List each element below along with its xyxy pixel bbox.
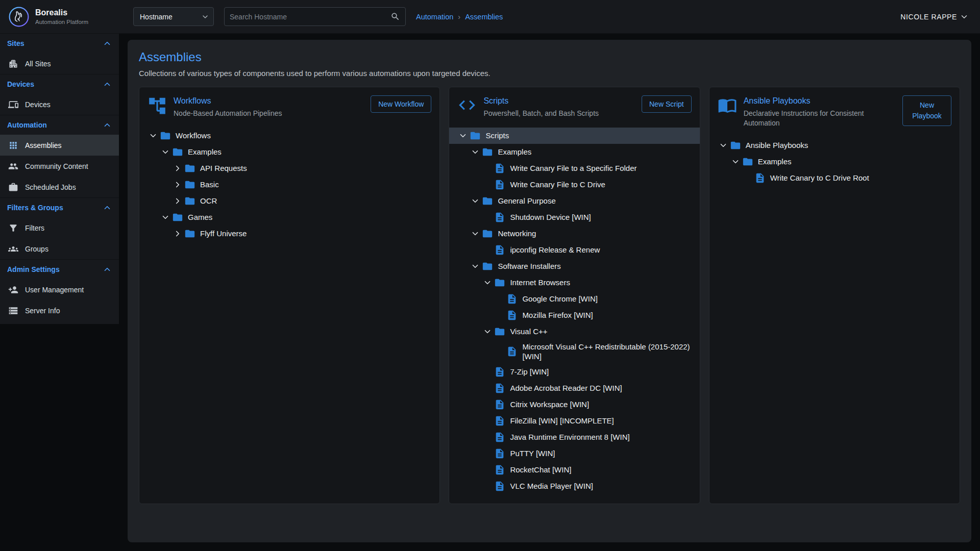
chevron-spacer [481, 164, 494, 173]
sidebar-section-header-automation[interactable]: Automation [0, 115, 119, 135]
sidebar: SitesAll SitesDevicesDevicesAutomationAs… [0, 34, 119, 324]
tree-folder-row[interactable]: Games [139, 209, 439, 226]
tree-folder-row[interactable]: API Requests [139, 160, 439, 177]
tree-file-row[interactable]: Mozilla Firefox [WIN] [449, 307, 699, 323]
expand-chevron-icon[interactable] [171, 164, 184, 173]
tree-item-label: Citrix Workspace [WIN] [510, 398, 589, 411]
folder-icon [494, 277, 505, 288]
sidebar-item-filters[interactable]: Filters [0, 217, 119, 238]
tree-file-row[interactable]: Google Chrome [WIN] [449, 291, 699, 307]
tree-file-row[interactable]: PuTTY [WIN] [449, 445, 699, 462]
sidebar-item-assemblies[interactable]: Assemblies [0, 135, 119, 156]
collapse-chevron-icon[interactable] [481, 327, 494, 336]
collapse-chevron-icon[interactable] [469, 229, 482, 238]
tree-file-row[interactable]: Adobe Acrobat Reader DC [WIN] [449, 380, 699, 396]
tree-folder-row[interactable]: OCR [139, 193, 439, 209]
tree-file-row[interactable]: FileZilla [WIN] [INCOMPLETE] [449, 413, 699, 429]
tree-folder-row[interactable]: Workflows [139, 128, 439, 144]
tree-folder-row[interactable]: Visual C++ [449, 323, 699, 340]
sidebar-item-label: User Management [25, 286, 84, 294]
user-menu[interactable]: NICOLE RAPPE [900, 12, 969, 21]
tree-item-label: RocketChat [WIN] [510, 463, 571, 477]
chevron-spacer [493, 294, 506, 304]
sidebar-section-automation: AutomationAssembliesCommunity ContentSch… [0, 115, 119, 197]
brand-subtitle: Automation Platform [35, 19, 88, 25]
folder-icon [470, 130, 481, 141]
tree-file-row[interactable]: Microsoft Visual C++ Redistributable (20… [449, 340, 699, 364]
chevron-spacer [481, 367, 494, 377]
tree-file-row[interactable]: Write Canary File to C Drive [449, 177, 699, 193]
collapse-chevron-icon[interactable] [729, 157, 742, 166]
collapse-chevron-icon[interactable] [469, 262, 482, 271]
tree-folder-row[interactable]: Networking [449, 226, 699, 242]
tree-file-row[interactable]: VLC Media Player [WIN] [449, 478, 699, 494]
folder-icon [184, 195, 195, 207]
expand-chevron-icon[interactable] [171, 196, 184, 206]
filter-icon [8, 223, 18, 233]
tree-file-row[interactable]: Shutdown Device [WIN] [449, 209, 699, 226]
breadcrumb-assemblies[interactable]: Assemblies [465, 13, 503, 21]
sidebar-item-devices[interactable]: Devices [0, 94, 119, 115]
new-playbook-button[interactable]: New Playbook [902, 95, 951, 126]
sidebar-item-scheduled-jobs[interactable]: Scheduled Jobs [0, 177, 119, 197]
sidebar-item-server-info[interactable]: Server Info [0, 300, 119, 321]
tree-file-row[interactable]: ipconfig Release & Renew [449, 242, 699, 258]
new-workflow-button[interactable]: New Workflow [371, 95, 431, 113]
expand-chevron-icon[interactable] [171, 229, 184, 238]
tree-item-label: Mozilla Firefox [WIN] [522, 309, 593, 322]
folder-icon [172, 146, 183, 158]
collapse-chevron-icon[interactable] [456, 131, 470, 140]
tree-folder-row[interactable]: Flyff Universe [139, 226, 439, 242]
chevron-spacer [493, 347, 506, 356]
tree-folder-row[interactable]: Software Installers [449, 258, 699, 274]
tree-folder-row[interactable]: Examples [709, 154, 960, 170]
collapse-chevron-icon[interactable] [159, 147, 172, 157]
hostname-select[interactable]: Hostname [133, 7, 214, 26]
sidebar-item-all-sites[interactable]: All Sites [0, 53, 119, 74]
tree-folder-row[interactable]: Examples [139, 144, 439, 160]
tree-file-row[interactable]: RocketChat [WIN] [449, 462, 699, 478]
workflows-card-header: Workflows Node-Based Automation Pipeline… [139, 87, 439, 122]
tree-item-label: Basic [200, 178, 219, 191]
tree-file-row[interactable]: Citrix Workspace [WIN] [449, 396, 699, 413]
brand-name: Borealis [35, 8, 88, 17]
sidebar-section-header-filters-groups[interactable]: Filters & Groups [0, 198, 119, 217]
search-input[interactable] [230, 13, 390, 21]
brand: Borealis Automation Platform [0, 6, 119, 28]
tree-file-row[interactable]: 7-Zip [WIN] [449, 364, 699, 380]
collapse-chevron-icon[interactable] [146, 131, 160, 140]
collapse-chevron-icon[interactable] [469, 196, 482, 206]
sidebar-section-header-sites[interactable]: Sites [0, 34, 119, 53]
collapse-chevron-icon[interactable] [469, 147, 482, 157]
search-icon[interactable] [390, 12, 400, 21]
tree-file-row[interactable]: Write Canary to C Drive Root [709, 170, 960, 186]
collapse-chevron-icon[interactable] [717, 141, 730, 150]
chevron-up-icon [103, 39, 112, 48]
tree-folder-row[interactable]: Examples [449, 144, 699, 160]
collapse-chevron-icon[interactable] [481, 278, 494, 287]
tree-file-row[interactable]: Write Canary File to a Specific Folder [449, 160, 699, 177]
tree-folder-row[interactable]: Scripts [449, 128, 699, 144]
tree-item-label: PuTTY [WIN] [510, 447, 555, 460]
sidebar-section-header-devices[interactable]: Devices [0, 74, 119, 94]
tree-folder-row[interactable]: Basic [139, 177, 439, 193]
expand-chevron-icon[interactable] [171, 180, 184, 189]
new-script-button[interactable]: New Script [642, 95, 692, 113]
collapse-chevron-icon[interactable] [159, 213, 172, 222]
breadcrumb-automation[interactable]: Automation [416, 13, 453, 21]
file-icon [506, 293, 518, 305]
folder-icon [482, 195, 493, 207]
tree-folder-row[interactable]: General Purpose [449, 193, 699, 209]
tree-folder-row[interactable]: Ansible Playbooks [709, 137, 960, 154]
chevron-down-icon [201, 13, 209, 21]
sidebar-item-groups[interactable]: Groups [0, 238, 119, 259]
page-title: Assemblies [139, 50, 960, 64]
sidebar-item-community-content[interactable]: Community Content [0, 156, 119, 177]
sidebar-section-header-admin-settings[interactable]: Admin Settings [0, 260, 119, 279]
tree-folder-row[interactable]: Internet Browsers [449, 274, 699, 291]
file-icon [494, 212, 505, 223]
sidebar-item-label: All Sites [25, 60, 51, 68]
sidebar-item-user-management[interactable]: User Management [0, 279, 119, 300]
chevron-up-icon [103, 120, 112, 130]
tree-file-row[interactable]: Java Runtime Environment 8 [WIN] [449, 429, 699, 445]
